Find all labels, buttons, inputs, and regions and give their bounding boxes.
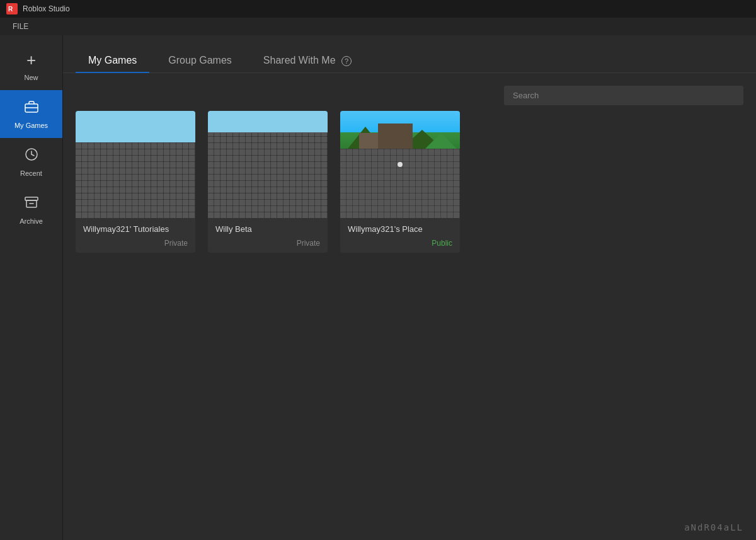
sidebar-item-recent-label: Recent [20, 169, 42, 177]
game-thumbnail [208, 111, 328, 218]
menu-file[interactable]: FILE [8, 21, 33, 32]
briefcase-icon [24, 99, 39, 118]
sidebar-item-archive-label: Archive [20, 217, 43, 225]
ground-grid [340, 149, 460, 218]
new-icon: + [26, 50, 36, 70]
tab-shared-with-me[interactable]: Shared With Me ? [251, 49, 364, 72]
game-status: Public [348, 239, 452, 248]
game-card[interactable]: Willymay321' Tutoriales Private [76, 111, 195, 253]
tab-group-games[interactable]: Group Games [156, 49, 244, 72]
game-status: Private [215, 239, 320, 248]
games-grid: Willymay321' Tutoriales Private Willy Be… [76, 92, 743, 253]
search-input[interactable] [504, 86, 743, 105]
sidebar: + New My Games Recent [0, 35, 63, 540]
main-layout: + New My Games Recent [0, 35, 756, 540]
help-icon[interactable]: ? [341, 56, 352, 66]
game-info: Willymay321' Tutoriales Private [76, 218, 195, 253]
menu-bar: FILE [0, 18, 756, 35]
content-body: Willymay321' Tutoriales Private Willy Be… [63, 73, 756, 540]
sidebar-item-my-games-label: My Games [14, 122, 48, 129]
watermark: aNdR04aLL [684, 522, 743, 532]
svg-text:R: R [8, 6, 13, 13]
game-name: Willymay321's Place [348, 224, 452, 235]
content-area: My Games Group Games Shared With Me ? [63, 35, 756, 540]
game-thumbnail [340, 111, 460, 218]
player-dot [398, 162, 403, 167]
archive-icon [24, 195, 39, 214]
game-status: Private [83, 239, 188, 248]
game-name: Willymay321' Tutoriales [83, 224, 188, 235]
app-title: Roblox Studio [23, 4, 70, 13]
sidebar-item-archive[interactable]: Archive [0, 186, 62, 234]
game-info: Willy Beta Private [208, 218, 328, 253]
game-card[interactable]: Willy Beta Private [208, 111, 328, 253]
sidebar-item-new-label: New [24, 74, 38, 81]
building-2 [359, 133, 378, 149]
sidebar-item-new[interactable]: + New [0, 42, 62, 90]
sidebar-item-recent[interactable]: Recent [0, 138, 62, 186]
sidebar-item-my-games[interactable]: My Games [0, 90, 62, 138]
building-1 [378, 124, 413, 149]
clock-icon [24, 147, 39, 166]
game-thumbnail [76, 111, 195, 218]
search-bar-container [504, 86, 743, 105]
game-name: Willy Beta [215, 224, 320, 235]
roblox-logo-icon: R [6, 3, 18, 14]
game-info: Willymay321's Place Public [340, 218, 460, 253]
game-card[interactable]: Willymay321's Place Public [340, 111, 460, 253]
tabs-bar: My Games Group Games Shared With Me ? [63, 35, 756, 73]
title-bar: R Roblox Studio [0, 0, 756, 18]
tab-my-games[interactable]: My Games [76, 49, 149, 72]
